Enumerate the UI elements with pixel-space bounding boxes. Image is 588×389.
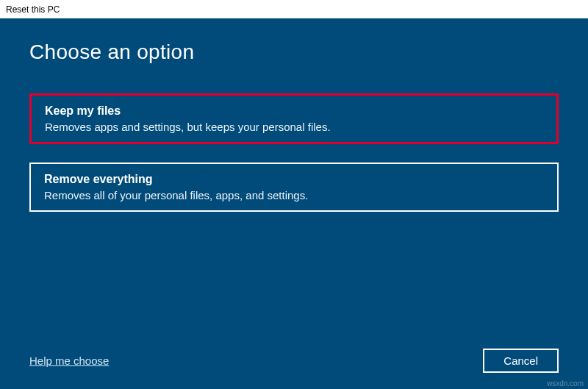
option-remove-everything[interactable]: Remove everything Removes all of your pe… — [29, 163, 559, 212]
option-title: Keep my files — [45, 104, 543, 118]
option-title: Remove everything — [44, 173, 544, 186]
window-title: Reset this PC — [6, 4, 60, 15]
main-panel: Choose an option Keep my files Removes a… — [0, 18, 588, 389]
watermark: wsxdn.com — [547, 379, 584, 388]
option-description: Removes apps and settings, but keeps you… — [45, 121, 543, 133]
cancel-button[interactable]: Cancel — [483, 349, 559, 373]
option-description: Removes all of your personal files, apps… — [44, 189, 544, 201]
option-keep-my-files[interactable]: Keep my files Removes apps and settings,… — [29, 93, 559, 144]
help-me-choose-link[interactable]: Help me choose — [29, 354, 109, 367]
page-heading: Choose an option — [29, 40, 559, 64]
titlebar: Reset this PC — [0, 0, 588, 18]
footer: Help me choose Cancel — [29, 349, 559, 373]
